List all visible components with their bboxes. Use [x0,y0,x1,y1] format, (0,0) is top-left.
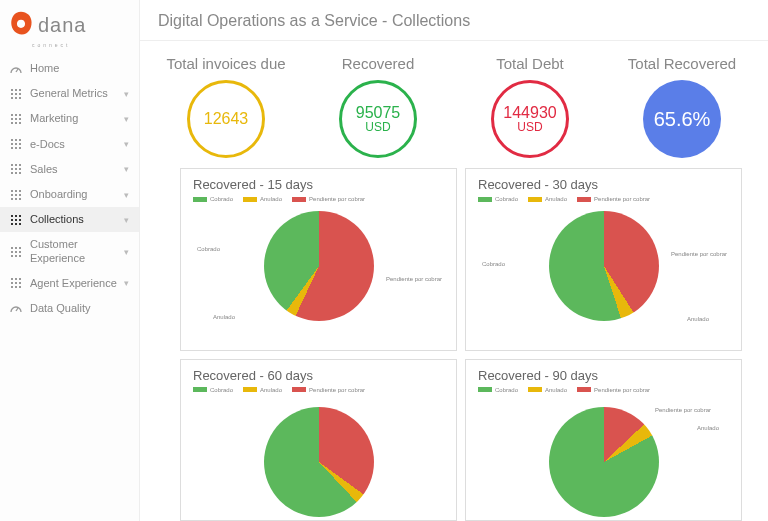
svg-rect-29 [15,164,17,166]
pie-slice-label: Cobrado [482,261,505,267]
svg-rect-35 [15,172,17,174]
svg-rect-68 [15,282,17,284]
svg-rect-58 [11,251,13,253]
svg-rect-54 [19,223,21,225]
chart-card-90: Recovered - 90 days Cobrado Anulado Pend… [465,359,742,522]
svg-rect-14 [15,118,17,120]
svg-rect-28 [11,164,13,166]
pie-slice-label: Pendiente por cobrar [386,276,442,282]
gauge-icon [10,302,22,314]
metric-circle: 95075 USD [339,80,417,158]
svg-rect-7 [11,97,13,99]
nav-marketing[interactable]: Marketing ▾ [0,106,139,131]
nav-label: Marketing [30,112,124,125]
metric-unit: USD [517,120,542,134]
chart-card-15: Recovered - 15 days Cobrado Anulado Pend… [180,168,457,351]
pie-icon [264,407,374,517]
gauge-icon [10,63,22,75]
legend-label: Anulado [545,196,567,202]
nav-customer-experience[interactable]: Customer Experience ▾ [0,232,139,270]
legend-label: Anulado [260,196,282,202]
svg-rect-63 [19,255,21,257]
grid-icon [10,246,22,258]
pie-icon [549,211,659,321]
svg-rect-37 [11,190,13,192]
nav-label: Onboarding [30,188,124,201]
svg-rect-56 [15,247,17,249]
svg-rect-61 [11,255,13,257]
svg-rect-46 [11,215,13,217]
svg-rect-72 [19,286,21,288]
svg-rect-41 [15,194,17,196]
pie-chart [193,397,444,497]
svg-rect-16 [11,122,13,124]
svg-rect-6 [19,93,21,95]
metric-debt: Total Debt 144930 USD [454,55,606,158]
svg-rect-3 [19,89,21,91]
svg-rect-50 [15,219,17,221]
pie-chart: Cobrado Anulado Pendiente por cobrar [193,206,444,326]
legend-label: Cobrado [495,196,518,202]
svg-rect-10 [11,114,13,116]
svg-rect-62 [15,255,17,257]
metric-circle: 65.6% [643,80,721,158]
chart-title: Recovered - 30 days [478,177,729,192]
svg-rect-23 [15,143,17,145]
chevron-down-icon: ▾ [124,114,129,124]
svg-rect-67 [11,282,13,284]
legend-label: Cobrado [210,196,233,202]
nav-edocs[interactable]: e-Docs ▾ [0,132,139,157]
nav-sales[interactable]: Sales ▾ [0,157,139,182]
chevron-down-icon: ▾ [124,139,129,149]
svg-rect-19 [11,139,13,141]
grid-icon [10,138,22,150]
svg-rect-1 [11,89,13,91]
chart-card-30: Recovered - 30 days Cobrado Anulado Pend… [465,168,742,351]
svg-rect-5 [15,93,17,95]
metric-invoices: Total invoices due 12643 [150,55,302,158]
sidebar: dana connect Home General Metrics ▾ Mark… [0,0,140,521]
svg-rect-40 [11,194,13,196]
nav-agent-experience[interactable]: Agent Experience ▾ [0,271,139,296]
svg-rect-33 [19,168,21,170]
chart-title: Recovered - 90 days [478,368,729,383]
svg-rect-70 [11,286,13,288]
nav-label: Sales [30,163,124,176]
legend-label: Pendiente por cobrar [594,387,650,393]
grid-icon [10,277,22,289]
svg-rect-66 [19,278,21,280]
svg-rect-69 [19,282,21,284]
svg-rect-22 [11,143,13,145]
svg-rect-13 [11,118,13,120]
nav-collections[interactable]: Collections ▾ [0,207,139,232]
svg-rect-27 [19,147,21,149]
chevron-down-icon: ▾ [124,164,129,174]
nav-label: General Metrics [30,87,124,100]
charts-grid: Recovered - 15 days Cobrado Anulado Pend… [140,168,768,521]
svg-rect-60 [19,251,21,253]
nav-onboarding[interactable]: Onboarding ▾ [0,182,139,207]
svg-rect-36 [19,172,21,174]
svg-rect-2 [15,89,17,91]
svg-line-73 [16,308,18,311]
svg-rect-47 [15,215,17,217]
chart-card-60: Recovered - 60 days Cobrado Anulado Pend… [180,359,457,522]
nav-label: Agent Experience [30,277,124,290]
pie-slice-label: Pendiente por cobrar [655,407,711,413]
svg-rect-20 [15,139,17,141]
metric-recovered: Recovered 95075 USD [302,55,454,158]
pie-icon [264,211,374,321]
metric-unit: USD [365,120,390,134]
metric-value: 65.6% [654,108,711,131]
nav-data-quality[interactable]: Data Quality [0,296,139,321]
svg-rect-24 [19,143,21,145]
svg-rect-57 [19,247,21,249]
chevron-down-icon: ▾ [124,215,129,225]
nav-general-metrics[interactable]: General Metrics ▾ [0,81,139,106]
svg-rect-64 [11,278,13,280]
nav-home[interactable]: Home [0,56,139,81]
pie-chart: Pendiente por cobrar Anulado [478,397,729,497]
svg-rect-8 [15,97,17,99]
chevron-down-icon: ▾ [124,278,129,288]
svg-rect-38 [15,190,17,192]
